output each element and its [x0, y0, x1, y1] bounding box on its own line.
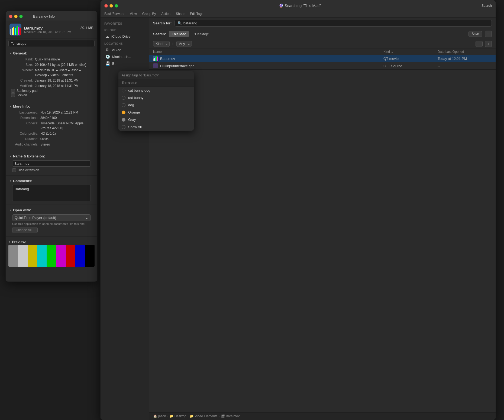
general-label: General:	[13, 51, 27, 55]
sort-icon: ⌄	[391, 50, 393, 53]
more-info-header[interactable]: ▼ More Info:	[9, 103, 93, 109]
file-modified: Modified: Jan 18, 2018 at 11:31 PM	[24, 30, 93, 34]
sidebar-item-b[interactable]: 💾 B...	[102, 60, 148, 67]
modified-value: January 18, 2018 at 11:31 PM	[35, 83, 79, 88]
computer-icon: 🖥	[105, 48, 109, 52]
maximize-button[interactable]	[19, 15, 23, 18]
finder-close-button[interactable]	[104, 4, 108, 8]
back-forward-button[interactable]: Back/Forward	[104, 12, 124, 16]
window-title: Bars.mov Info	[33, 14, 55, 18]
app-selector[interactable]: QuickTime Player (default) ⌄	[12, 214, 91, 221]
search-input-box[interactable]: 🔍 batarang	[175, 20, 492, 27]
any-select[interactable]: Any	[176, 41, 192, 47]
tag-radio-cat-bunny-dog	[122, 89, 125, 92]
tag-option-show-all[interactable]: Show All...	[118, 123, 194, 131]
search-button[interactable]: Search	[482, 4, 492, 8]
preview-image	[8, 245, 95, 267]
codecs-label: Codecs:	[11, 121, 38, 131]
change-all-button[interactable]: Change All...	[12, 227, 38, 233]
close-button[interactable]	[9, 15, 12, 18]
kind-select[interactable]: Kind	[153, 41, 170, 47]
general-header[interactable]: ▼ General:	[9, 50, 93, 56]
name-column-header[interactable]: Name	[153, 50, 383, 54]
name-extension-header[interactable]: ▼ Name & Extension:	[9, 153, 93, 159]
filter-minus-button[interactable]: −	[476, 41, 483, 47]
save-search-button[interactable]: Save	[469, 31, 482, 37]
hide-extension-checkbox[interactable]	[12, 168, 16, 172]
tag-option-gray[interactable]: Gray	[118, 116, 194, 123]
group-by-button[interactable]: Group By	[142, 12, 156, 16]
edit-tags-button[interactable]: Edit Tags	[190, 12, 203, 16]
finder-titlebar: 🔮Searching "This Mac" Search	[101, 0, 496, 10]
cloud-icon: ☁	[105, 34, 109, 38]
audio-channels-row: Audio channels: Stereo	[11, 142, 93, 147]
comments-header[interactable]: ▼ Comments:	[9, 178, 93, 184]
share-button[interactable]: Share	[176, 12, 185, 16]
bars-mov-name: Bars.mov	[153, 56, 383, 61]
sidebar-icloud-drive-label: iCloud Drive	[111, 34, 131, 38]
locked-checkbox[interactable]	[11, 93, 15, 97]
tag-popup-input[interactable]: Terrasque	[118, 79, 194, 87]
preview-header[interactable]: ▼ Preview:	[8, 239, 95, 245]
minimize-button[interactable]	[14, 15, 18, 18]
sidebar-item-macintosh[interactable]: 💿 Macintosh...	[102, 53, 148, 60]
tag-option-cat-bunny-dog[interactable]: cat bunny dog	[118, 87, 194, 94]
size-value: 29,109,451 bytes (29.4 MB on disk)	[35, 62, 86, 67]
date-column-header[interactable]: Date Last Opened	[438, 50, 492, 54]
open-with-section: ▼ Open with: QuickTime Player (default) …	[6, 205, 97, 236]
path-item-jason[interactable]: 🏠 jason	[153, 414, 166, 418]
chevron-down-icon: ⌄	[85, 216, 88, 220]
sidebar-item-icloud-drive[interactable]: ☁ iCloud Drive	[102, 33, 148, 40]
path-item-desktop[interactable]: 📁 Desktop	[169, 414, 186, 418]
kind-column-header[interactable]: Kind ⌄	[383, 50, 438, 54]
kind-row: Kind: QuickTime movie	[11, 57, 93, 62]
comments-field[interactable]: Batarang	[12, 185, 91, 201]
created-row: Created: January 18, 2018 at 11:31 PM	[11, 78, 93, 83]
stationery-row: Stationery pad	[11, 89, 93, 93]
created-label: Created:	[11, 78, 33, 83]
finder-window-title: 🔮Searching "This Mac"	[121, 4, 478, 8]
bars-mov-label: Bars.mov	[160, 57, 175, 61]
search-label: Search:	[153, 32, 166, 36]
sidebar-item-mbp2[interactable]: 🖥 MBP2	[102, 47, 148, 53]
path-video-elements: Video Elements	[195, 414, 218, 418]
comments-triangle: ▼	[9, 180, 12, 182]
home-icon: 🏠	[153, 414, 157, 418]
finder-window: 🔮Searching "This Mac" Search Back/Forwar…	[100, 0, 496, 420]
last-opened-label: Last opened:	[11, 110, 38, 115]
color-profile-label: Color profile:	[11, 131, 38, 136]
locked-label: Locked	[17, 93, 27, 97]
disk-icon: 💿	[105, 54, 110, 59]
stationery-checkbox[interactable]	[11, 89, 15, 93]
sidebar-macintosh-label: Macintosh...	[112, 55, 131, 59]
desktop-button[interactable]: "Desktop"	[192, 31, 211, 37]
file-row-bars-mov[interactable]: Bars.mov QT movie Today at 12:21 PM	[149, 55, 496, 62]
tag-option-dog[interactable]: dog	[118, 101, 194, 109]
duration-row: Duration: 00:05	[11, 137, 93, 141]
filter-plus-button[interactable]: +	[485, 41, 492, 47]
tag-option-cat-bunny[interactable]: cat bunny	[118, 94, 194, 101]
view-button[interactable]: View	[130, 12, 137, 16]
this-mac-button[interactable]: This Mac	[169, 31, 189, 37]
tag-field[interactable]: Terrasque	[8, 40, 95, 47]
name-extension-label: Name & Extension:	[13, 154, 45, 158]
where-row: Where: Macintosh HD ▸ Users ▸ jason ▸ De…	[11, 68, 93, 77]
file-row-hid[interactable]: HIDInputInterface.cpp C++ Source --	[149, 62, 496, 70]
path-item-bars-mov[interactable]: 🎬 Bars.mov	[221, 414, 240, 418]
finder-toolbar: Back/Forward View Group By Action Share …	[101, 10, 496, 18]
more-info-label: More Info:	[13, 104, 30, 108]
tag-label-show-all: Show All...	[128, 125, 145, 129]
tag-option-orange[interactable]: Orange	[118, 109, 194, 116]
open-with-header[interactable]: ▼ Open with:	[9, 207, 93, 213]
path-item-video-elements[interactable]: 📁 Video Elements	[190, 414, 218, 418]
finder-minimize-button[interactable]	[109, 4, 113, 8]
remove-search-button[interactable]: −	[485, 31, 492, 37]
finder-maximize-button[interactable]	[115, 4, 118, 8]
color-profile-row: Color profile: HD (1-1-1)	[11, 131, 93, 136]
color-profile-value: HD (1-1-1)	[40, 131, 56, 136]
filename-field[interactable]: Bars.mov	[12, 160, 91, 167]
more-info-triangle: ▼	[9, 105, 12, 108]
disk-b-icon: 💾	[105, 61, 110, 66]
hide-extension-label: Hide extension	[18, 168, 39, 172]
action-button[interactable]: Action	[161, 12, 170, 16]
